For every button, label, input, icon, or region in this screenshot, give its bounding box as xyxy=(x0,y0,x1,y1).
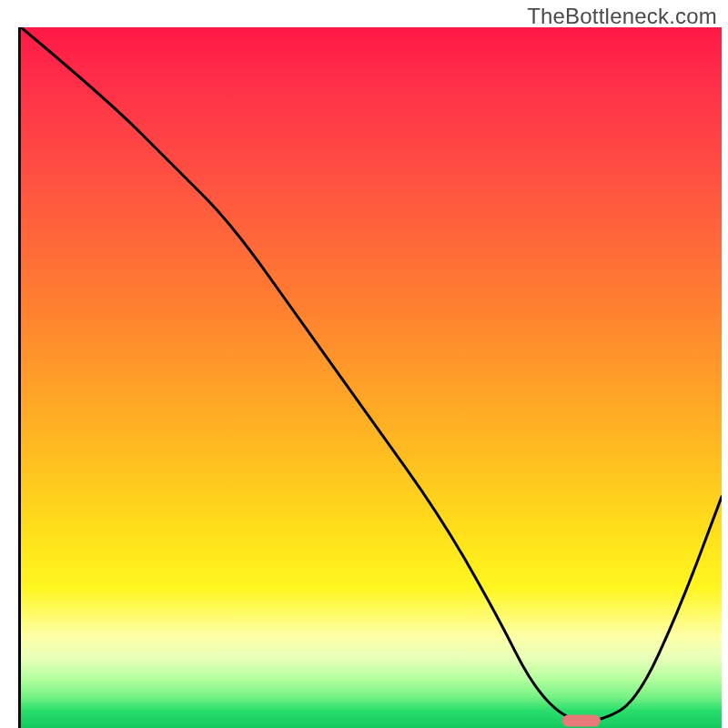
optimal-marker xyxy=(562,715,601,727)
plot-area xyxy=(18,27,722,728)
watermark-text: TheBottleneck.com xyxy=(527,4,717,29)
bottleneck-curve-path xyxy=(21,27,722,721)
chart-frame: TheBottleneck.com xyxy=(0,0,728,728)
curve-layer xyxy=(21,27,722,728)
